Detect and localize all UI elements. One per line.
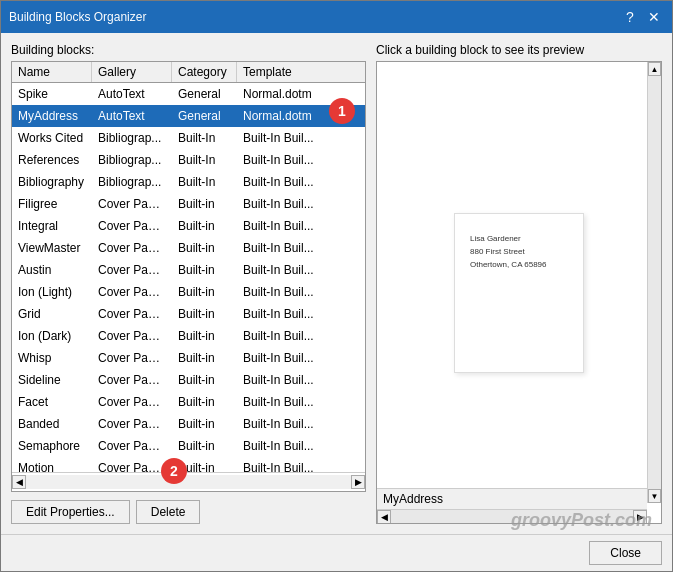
table-row[interactable]: Banded Cover Pages Built-in Built-In Bui… xyxy=(12,413,365,435)
cell-category: Built-in xyxy=(172,435,237,457)
cell-category: Built-In xyxy=(172,127,237,149)
list-container: Name Gallery Category Template Spike Aut… xyxy=(11,61,366,492)
table-row[interactable]: References Bibliograp... Built-In Built-… xyxy=(12,149,365,171)
cell-gallery: AutoText xyxy=(92,105,172,127)
table-row[interactable]: Grid Cover Pages Built-in Built-In Buil.… xyxy=(12,303,365,325)
dialog-body: Building blocks: Name Gallery Category T… xyxy=(1,33,672,534)
left-panel: Building blocks: Name Gallery Category T… xyxy=(11,43,366,524)
cell-name: Whisp xyxy=(12,347,92,369)
hscroll-right[interactable]: ▶ xyxy=(351,475,365,489)
cell-name: Integral xyxy=(12,215,92,237)
cell-name: Filigree xyxy=(12,193,92,215)
cell-template: Built-In Buil... xyxy=(237,435,365,457)
close-button[interactable]: Close xyxy=(589,541,662,565)
cell-name: Grid xyxy=(12,303,92,325)
cell-template: Built-In Buil... xyxy=(237,347,365,369)
table-row[interactable]: Bibliography Bibliograp... Built-In Buil… xyxy=(12,171,365,193)
cell-template: Built-In Buil... xyxy=(237,325,365,347)
preview-text-line: 880 First Street xyxy=(470,247,568,257)
preview-area: Lisa Gardener880 First StreetOthertown, … xyxy=(376,61,662,524)
help-button[interactable]: ? xyxy=(620,7,640,27)
cell-gallery: Cover Pages xyxy=(92,413,172,435)
badge-1: 1 xyxy=(329,98,355,124)
building-blocks-dialog: Building Blocks Organizer ? ✕ Building b… xyxy=(0,0,673,572)
cell-name: Austin xyxy=(12,259,92,281)
cell-category: Built-In xyxy=(172,149,237,171)
right-panel: Click a building block to see its previe… xyxy=(376,43,662,524)
cell-template: Built-In Buil... xyxy=(237,303,365,325)
cell-name: Bibliography xyxy=(12,171,92,193)
cell-category: General xyxy=(172,105,237,127)
cell-name: ViewMaster xyxy=(12,237,92,259)
cell-name: Ion (Dark) xyxy=(12,325,92,347)
cell-gallery: Cover Pages xyxy=(92,281,172,303)
cell-category: Built-in xyxy=(172,303,237,325)
dialog-title: Building Blocks Organizer xyxy=(9,10,146,24)
cell-name: Works Cited xyxy=(12,127,92,149)
table-row[interactable]: Ion (Dark) Cover Pages Built-in Built-In… xyxy=(12,325,365,347)
scroll-down-button[interactable]: ▼ xyxy=(648,489,661,503)
cell-gallery: Cover Pages xyxy=(92,215,172,237)
cell-category: Built-in xyxy=(172,369,237,391)
close-title-button[interactable]: ✕ xyxy=(644,7,664,27)
table-row[interactable]: Filigree Cover Pages Built-in Built-In B… xyxy=(12,193,365,215)
delete-button[interactable]: Delete xyxy=(136,500,201,524)
col-header-name: Name xyxy=(12,62,92,82)
table-row[interactable]: Motion Cover Pages Built-in Built-In Bui… xyxy=(12,457,365,472)
table-row[interactable]: Integral Cover Pages Built-in Built-In B… xyxy=(12,215,365,237)
scroll-up-button[interactable]: ▲ xyxy=(648,62,661,76)
cell-template: Built-In Buil... xyxy=(237,193,365,215)
cell-gallery: Cover Pages xyxy=(92,347,172,369)
cell-gallery: Cover Pages xyxy=(92,435,172,457)
cell-template: Built-In Buil... xyxy=(237,171,365,193)
cell-gallery: Cover Pages xyxy=(92,193,172,215)
dialog-bottom: groovyPost.com Close xyxy=(1,534,672,571)
cell-category: Built-in xyxy=(172,347,237,369)
table-row[interactable]: Semaphore Cover Pages Built-in Built-In … xyxy=(12,435,365,457)
table-row[interactable]: Sideline Cover Pages Built-in Built-In B… xyxy=(12,369,365,391)
edit-properties-button[interactable]: Edit Properties... xyxy=(11,500,130,524)
cell-gallery: Bibliograp... xyxy=(92,127,172,149)
cell-template: Built-In Buil... xyxy=(237,215,365,237)
cell-gallery: AutoText xyxy=(92,83,172,105)
cell-template: Built-In Buil... xyxy=(237,413,365,435)
list-scroll[interactable]: Spike AutoText General Normal.dotm MyAdd… xyxy=(12,83,365,472)
cell-name: Semaphore xyxy=(12,435,92,457)
cell-name: MyAddress xyxy=(12,105,92,127)
preview-name: MyAddress xyxy=(377,488,647,509)
title-bar-buttons: ? ✕ xyxy=(620,7,664,27)
cell-category: Built-in xyxy=(172,281,237,303)
table-row[interactable]: Facet Cover Pages Built-in Built-In Buil… xyxy=(12,391,365,413)
cell-template: Built-In Buil... xyxy=(237,369,365,391)
title-bar: Building Blocks Organizer ? ✕ xyxy=(1,1,672,33)
cell-template: Built-In Buil... xyxy=(237,127,365,149)
table-row[interactable]: Ion (Light) Cover Pages Built-in Built-I… xyxy=(12,281,365,303)
cell-gallery: Cover Pages xyxy=(92,237,172,259)
cell-category: Built-in xyxy=(172,237,237,259)
table-row[interactable]: Works Cited Bibliograp... Built-In Built… xyxy=(12,127,365,149)
cell-category: Built-in xyxy=(172,259,237,281)
table-row[interactable]: MyAddress AutoText General Normal.dotm xyxy=(12,105,365,127)
cell-gallery: Cover Pages xyxy=(92,391,172,413)
cell-template: Built-In Buil... xyxy=(237,149,365,171)
table-row[interactable]: Whisp Cover Pages Built-in Built-In Buil… xyxy=(12,347,365,369)
cell-gallery: Bibliograp... xyxy=(92,171,172,193)
cell-gallery: Cover Pages xyxy=(92,303,172,325)
preview-content: Lisa Gardener880 First StreetOthertown, … xyxy=(377,62,661,523)
list-footer: ◀ ▶ xyxy=(12,472,365,491)
cell-name: Facet xyxy=(12,391,92,413)
cell-category: Built-in xyxy=(172,193,237,215)
scroll-track-v xyxy=(648,76,661,489)
badge-2: 2 xyxy=(161,458,187,484)
cell-category: Built-in xyxy=(172,325,237,347)
preview-text-line: Othertown, CA 65896 xyxy=(470,260,568,270)
cell-name: Ion (Light) xyxy=(12,281,92,303)
table-row[interactable]: ViewMaster Cover Pages Built-in Built-In… xyxy=(12,237,365,259)
cell-name: Banded xyxy=(12,413,92,435)
preview-hscroll-left[interactable]: ◀ xyxy=(377,510,391,524)
watermark: groovyPost.com xyxy=(511,510,652,531)
cell-gallery: Cover Pages xyxy=(92,325,172,347)
table-row[interactable]: Spike AutoText General Normal.dotm xyxy=(12,83,365,105)
table-row[interactable]: Austin Cover Pages Built-in Built-In Bui… xyxy=(12,259,365,281)
hscroll-left[interactable]: ◀ xyxy=(12,475,26,489)
